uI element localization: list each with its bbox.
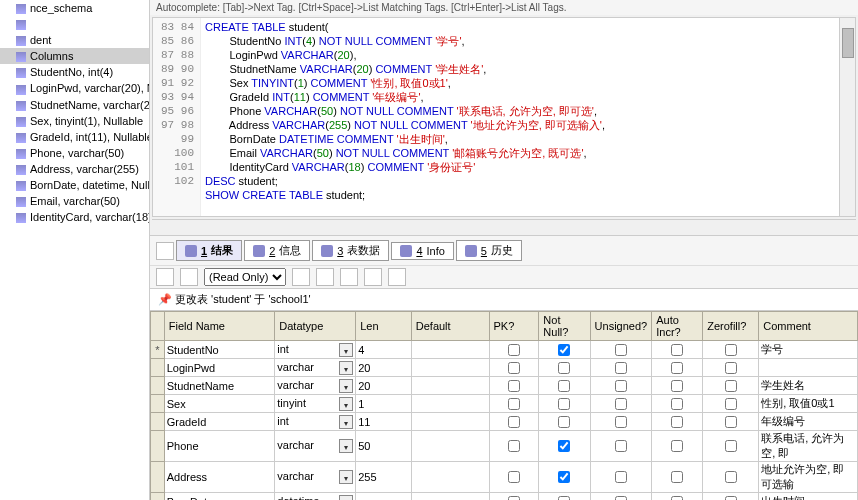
nn-checkbox[interactable] [558,362,570,374]
table-row[interactable]: GradeIdint11年级编号 [151,413,858,431]
zf-checkbox[interactable] [725,344,737,356]
len-cell[interactable] [356,493,412,501]
zf-cell[interactable] [703,377,759,395]
comment-cell[interactable]: 联系电话, 允许为空, 即 [759,431,858,462]
zf-cell[interactable] [703,359,759,377]
ai-cell[interactable] [652,395,703,413]
ai-checkbox[interactable] [671,416,683,428]
zf-checkbox[interactable] [725,380,737,392]
tab-prev-icon[interactable] [156,242,174,260]
horizontal-scrollbar[interactable] [152,219,856,235]
field-name-cell[interactable]: GradeId [164,413,275,431]
zf-cell[interactable] [703,462,759,493]
ai-checkbox[interactable] [671,496,683,501]
ai-cell[interactable] [652,462,703,493]
column-header[interactable]: Len [356,312,412,341]
vertical-scrollbar[interactable] [839,18,855,216]
tab-结果[interactable]: 1 结果 [176,240,242,261]
sql-editor[interactable]: 83 84 85 86 87 88 89 90 91 92 93 94 95 9… [152,17,856,217]
table-row[interactable]: Phonevarchar50联系电话, 允许为空, 即 [151,431,858,462]
nn-cell[interactable] [539,462,590,493]
pk-checkbox[interactable] [508,362,520,374]
un-checkbox[interactable] [615,362,627,374]
pk-checkbox[interactable] [508,344,520,356]
ai-checkbox[interactable] [671,471,683,483]
default-cell[interactable] [411,359,489,377]
tree-item[interactable]: StudnetName, varchar(20) [0,97,149,113]
comment-cell[interactable]: 出生时间 [759,493,858,501]
un-checkbox[interactable] [615,471,627,483]
code-area[interactable]: CREATE TABLE student( StudentNo INT(4) N… [201,18,839,216]
len-cell[interactable]: 255 [356,462,412,493]
field-name-cell[interactable]: Phone [164,431,275,462]
field-name-cell[interactable]: Address [164,462,275,493]
zf-cell[interactable] [703,341,759,359]
zf-cell[interactable] [703,431,759,462]
dropdown-icon[interactable] [339,495,353,501]
zf-cell[interactable] [703,395,759,413]
object-tree[interactable]: nce_schemadentColumnsStudentNo, int(4)Lo… [0,0,150,500]
un-cell[interactable] [590,493,652,501]
tree-item[interactable]: Phone, varchar(50) [0,145,149,161]
tree-item[interactable]: GradeId, int(11), Nullable [0,129,149,145]
table-row[interactable]: LoginPwdvarchar20 [151,359,858,377]
ai-cell[interactable] [652,493,703,501]
pk-cell[interactable] [489,493,539,501]
column-header[interactable]: Zerofill? [703,312,759,341]
default-cell[interactable] [411,341,489,359]
nn-checkbox[interactable] [558,398,570,410]
un-cell[interactable] [590,462,652,493]
tree-item[interactable]: dent [0,32,149,48]
datatype-cell[interactable]: varchar [275,359,356,377]
nn-cell[interactable] [539,431,590,462]
next-icon[interactable] [340,268,358,286]
zf-cell[interactable] [703,413,759,431]
len-cell[interactable]: 20 [356,377,412,395]
len-cell[interactable]: 4 [356,341,412,359]
table-row[interactable]: StudnetNamevarchar20学生姓名 [151,377,858,395]
dropdown-icon[interactable] [339,379,353,393]
default-cell[interactable] [411,413,489,431]
tree-item[interactable]: Email, varchar(50) [0,193,149,209]
dropdown-icon[interactable] [339,397,353,411]
default-cell[interactable] [411,431,489,462]
ai-cell[interactable] [652,341,703,359]
tab-Info[interactable]: 4 Info [391,242,453,260]
ai-checkbox[interactable] [671,380,683,392]
zf-cell[interactable] [703,493,759,501]
ai-cell[interactable] [652,431,703,462]
nn-checkbox[interactable] [558,344,570,356]
comment-cell[interactable]: 性别, 取值0或1 [759,395,858,413]
un-cell[interactable] [590,377,652,395]
ai-cell[interactable] [652,377,703,395]
un-cell[interactable] [590,359,652,377]
comment-cell[interactable]: 年级编号 [759,413,858,431]
comment-cell[interactable] [759,359,858,377]
ai-checkbox[interactable] [671,440,683,452]
pk-cell[interactable] [489,413,539,431]
ai-cell[interactable] [652,413,703,431]
nn-cell[interactable] [539,413,590,431]
len-cell[interactable]: 1 [356,395,412,413]
zf-checkbox[interactable] [725,362,737,374]
pk-cell[interactable] [489,341,539,359]
default-cell[interactable] [411,462,489,493]
un-cell[interactable] [590,431,652,462]
nn-cell[interactable] [539,377,590,395]
tree-item[interactable]: Address, varchar(255) [0,161,149,177]
tree-item[interactable]: IdentityCard, varchar(18), [0,209,149,225]
nn-cell[interactable] [539,359,590,377]
ai-cell[interactable] [652,359,703,377]
pk-checkbox[interactable] [508,416,520,428]
column-header[interactable]: Default [411,312,489,341]
dropdown-icon[interactable] [339,361,353,375]
pk-checkbox[interactable] [508,380,520,392]
column-header[interactable]: PK? [489,312,539,341]
un-checkbox[interactable] [615,416,627,428]
default-cell[interactable] [411,377,489,395]
datatype-cell[interactable]: varchar [275,431,356,462]
len-cell[interactable]: 50 [356,431,412,462]
tree-item[interactable]: nce_schema [0,0,149,16]
tab-信息[interactable]: 2 信息 [244,240,310,261]
nn-checkbox[interactable] [558,416,570,428]
